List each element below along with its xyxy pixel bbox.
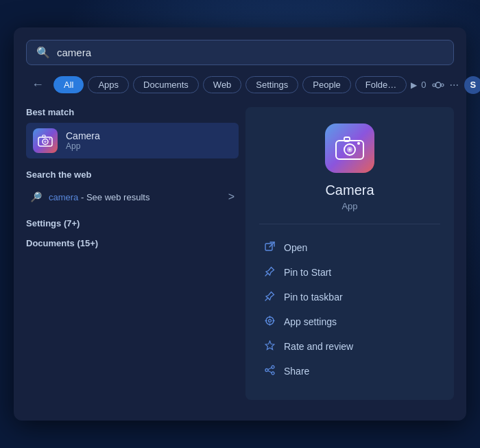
action-share[interactable]: Share xyxy=(259,359,440,384)
search-panel: 🔍 ← All Apps Documents Web Settings Peop… xyxy=(14,27,466,421)
action-rate-review-label: Rate and review xyxy=(284,341,353,352)
svg-line-31 xyxy=(268,371,272,373)
network-icon xyxy=(432,79,444,91)
action-pin-taskbar[interactable]: Pin to taskbar xyxy=(259,285,440,309)
action-pin-start[interactable]: Pin to Start xyxy=(259,260,440,285)
best-match-camera[interactable]: Camera App xyxy=(26,123,239,158)
svg-point-13 xyxy=(349,149,351,151)
search-input[interactable] xyxy=(57,47,444,58)
settings-section[interactable]: Settings (7+) xyxy=(26,218,239,228)
rate-review-icon xyxy=(263,340,276,353)
camera-app-type: App xyxy=(66,141,100,151)
svg-point-7 xyxy=(44,141,47,143)
user-avatar[interactable]: S xyxy=(464,76,480,94)
rp-app-type: App xyxy=(259,201,440,211)
svg-rect-8 xyxy=(43,135,45,137)
web-search-arrow-icon: > xyxy=(228,191,235,203)
rp-app-name: Camera xyxy=(259,182,440,198)
action-app-settings[interactable]: App settings xyxy=(259,309,440,334)
more-filters-icon[interactable]: ▶ xyxy=(411,80,417,90)
filter-web[interactable]: Web xyxy=(203,76,242,93)
action-rate-review[interactable]: Rate and review xyxy=(259,334,440,359)
best-match-label: Best match xyxy=(26,107,239,117)
action-open[interactable]: Open xyxy=(259,235,440,260)
search-bar: 🔍 xyxy=(26,40,454,65)
main-content: Best match Camera App Search the we xyxy=(26,107,454,400)
svg-point-21 xyxy=(268,320,271,322)
svg-point-1 xyxy=(433,84,435,86)
svg-line-30 xyxy=(268,368,272,370)
web-search-text: camera - See web results xyxy=(49,192,149,202)
open-icon xyxy=(263,241,276,254)
web-search-item[interactable]: 🔎 camera - See web results > xyxy=(26,185,239,209)
filter-people[interactable]: People xyxy=(302,76,350,93)
share-icon xyxy=(263,365,276,377)
app-settings-icon xyxy=(263,316,276,328)
web-search-label: Search the web xyxy=(26,169,239,180)
svg-rect-14 xyxy=(344,137,350,141)
svg-rect-16 xyxy=(265,244,272,250)
svg-point-15 xyxy=(357,142,360,145)
svg-point-28 xyxy=(265,369,268,372)
svg-point-9 xyxy=(49,139,51,140)
back-button[interactable]: ← xyxy=(26,75,49,95)
documents-section[interactable]: Documents (15+) xyxy=(26,238,239,248)
filter-settings[interactable]: Settings xyxy=(245,76,298,93)
web-suffix: - See web results xyxy=(78,192,149,202)
svg-point-27 xyxy=(272,366,274,368)
svg-point-2 xyxy=(441,84,444,86)
search-icon: 🔍 xyxy=(36,46,50,59)
action-pin-taskbar-label: Pin to taskbar xyxy=(284,292,343,303)
camera-app-name: Camera xyxy=(66,130,100,141)
filter-folders[interactable]: Folde… xyxy=(355,76,407,93)
filter-apps[interactable]: Apps xyxy=(88,76,129,93)
right-panel: Camera App Open xyxy=(245,107,454,400)
filter-all[interactable]: All xyxy=(53,76,84,93)
filter-bar: ← All Apps Documents Web Settings People… xyxy=(26,75,454,95)
action-open-label: Open xyxy=(284,242,307,253)
filter-count: 0 xyxy=(421,80,426,90)
svg-line-19 xyxy=(265,298,268,300)
pin-start-icon xyxy=(263,266,276,279)
rp-camera-icon xyxy=(325,123,374,173)
camera-app-icon xyxy=(33,128,58,153)
camera-app-info: Camera App xyxy=(66,130,100,151)
action-pin-start-label: Pin to Start xyxy=(284,267,331,278)
svg-point-29 xyxy=(272,372,274,375)
filter-right-controls: 0 ··· S xyxy=(421,76,480,94)
svg-marker-26 xyxy=(265,341,274,350)
svg-line-18 xyxy=(265,273,268,276)
more-options-button[interactable]: ··· xyxy=(450,79,459,91)
action-share-label: Share xyxy=(284,366,309,377)
rp-divider xyxy=(259,224,440,224)
action-app-settings-label: App settings xyxy=(284,316,337,327)
left-panel: Best match Camera App Search the we xyxy=(26,107,245,400)
web-query: camera xyxy=(49,192,78,202)
filter-documents[interactable]: Documents xyxy=(133,76,199,93)
web-search-icon: 🔎 xyxy=(30,191,42,202)
pin-taskbar-icon xyxy=(263,291,276,303)
